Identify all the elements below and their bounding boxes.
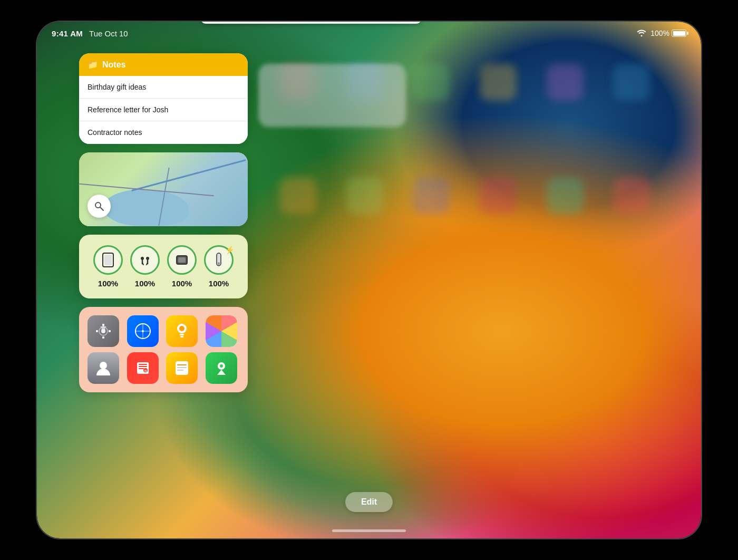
home-indicator bbox=[332, 529, 406, 532]
battery-indicator: 100% bbox=[650, 29, 686, 37]
svg-rect-36 bbox=[177, 367, 187, 368]
maps-search-button[interactable] bbox=[88, 195, 111, 218]
ipad-battery-icon bbox=[93, 245, 123, 275]
edit-button[interactable]: Edit bbox=[345, 492, 393, 512]
shortcut-tips[interactable] bbox=[166, 315, 198, 347]
notes-folder-icon: 📁 bbox=[88, 60, 98, 70]
notes-widget-header: 📁 Notes bbox=[79, 53, 248, 76]
status-time: 9:41 AM bbox=[52, 29, 83, 38]
blurred-widget bbox=[258, 64, 406, 127]
battery-percentage: 100% bbox=[650, 29, 669, 37]
ipad-frame: 9:41 AM Tue Oct 10 100% bbox=[37, 22, 701, 538]
status-left: 9:41 AM Tue Oct 10 bbox=[52, 29, 128, 38]
shortcuts-grid: N bbox=[88, 315, 239, 384]
svg-rect-11 bbox=[178, 257, 186, 263]
svg-text:N: N bbox=[144, 369, 147, 372]
battery-device-airpods: 100% bbox=[130, 245, 160, 288]
battery-fill bbox=[673, 31, 685, 36]
status-bar: 9:41 AM Tue Oct 10 100% bbox=[37, 22, 701, 45]
ipad-battery-pct: 100% bbox=[98, 279, 118, 288]
shortcut-settings[interactable] bbox=[88, 315, 119, 347]
svg-point-29 bbox=[179, 326, 184, 331]
notes-list: Birthday gift ideas Reference letter for… bbox=[79, 76, 248, 144]
shortcut-notes[interactable] bbox=[166, 352, 198, 384]
apple-pencil bbox=[200, 22, 422, 24]
ipad-screen: 9:41 AM Tue Oct 10 100% bbox=[37, 22, 701, 538]
shortcut-photos[interactable] bbox=[206, 315, 237, 347]
pencil-battery-pct: 100% bbox=[209, 279, 229, 288]
maps-widget[interactable] bbox=[79, 152, 248, 226]
shortcut-findmy[interactable] bbox=[206, 352, 237, 384]
shortcuts-widget: N bbox=[79, 307, 248, 392]
wifi-icon bbox=[637, 29, 646, 38]
battery-device-case: 100% bbox=[167, 245, 197, 288]
svg-rect-16 bbox=[102, 324, 104, 326]
widgets-panel: 📁 Notes Birthday gift ideas Reference le… bbox=[79, 53, 248, 392]
svg-rect-17 bbox=[102, 336, 104, 339]
battery-icon bbox=[672, 30, 686, 37]
svg-point-39 bbox=[220, 364, 223, 368]
shortcut-contacts[interactable] bbox=[88, 352, 119, 384]
airpods-battery-pct: 100% bbox=[135, 279, 155, 288]
svg-rect-13 bbox=[218, 262, 220, 265]
svg-rect-37 bbox=[177, 370, 183, 371]
status-date: Tue Oct 10 bbox=[89, 29, 128, 38]
battery-devices: 100% 100 bbox=[90, 245, 237, 288]
battery-device-pencil: 100% bbox=[204, 245, 234, 288]
battery-widget: 100% 100 bbox=[79, 235, 248, 298]
notes-widget-title: Notes bbox=[102, 60, 125, 70]
notes-widget[interactable]: 📁 Notes Birthday gift ideas Reference le… bbox=[79, 53, 248, 144]
notes-item-3[interactable]: Contractor notes bbox=[79, 121, 248, 143]
airpods-battery-icon bbox=[130, 245, 160, 275]
pencil-battery-icon bbox=[204, 245, 234, 275]
shortcut-news[interactable]: N bbox=[127, 352, 159, 384]
svg-point-25 bbox=[142, 330, 144, 332]
shortcut-safari[interactable] bbox=[127, 315, 159, 347]
svg-line-8 bbox=[142, 263, 143, 265]
svg-line-1 bbox=[100, 207, 103, 210]
notes-item-1[interactable]: Birthday gift ideas bbox=[79, 76, 248, 99]
svg-rect-35 bbox=[177, 364, 187, 365]
notes-item-2[interactable]: Reference letter for Josh bbox=[79, 99, 248, 121]
svg-rect-28 bbox=[180, 336, 183, 337]
case-battery-pct: 100% bbox=[172, 279, 192, 288]
battery-device-ipad: 100% bbox=[93, 245, 123, 288]
svg-line-9 bbox=[147, 263, 148, 265]
svg-rect-19 bbox=[109, 330, 111, 332]
case-battery-icon bbox=[167, 245, 197, 275]
svg-point-30 bbox=[100, 362, 107, 369]
svg-rect-3 bbox=[104, 255, 112, 265]
status-right: 100% bbox=[637, 29, 686, 38]
svg-rect-18 bbox=[96, 330, 98, 332]
svg-rect-27 bbox=[180, 334, 184, 335]
